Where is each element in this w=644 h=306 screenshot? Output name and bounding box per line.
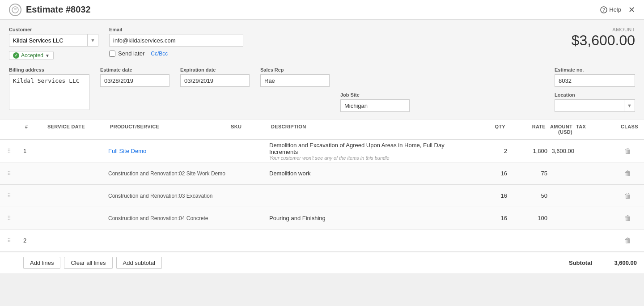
- email-input[interactable]: [109, 34, 243, 47]
- rate-2: 75: [507, 170, 547, 177]
- description-1: Demolition and Excavation of Agreed Upon…: [269, 142, 467, 161]
- subtotal-value: 3,600.00: [601, 259, 637, 266]
- customer-select[interactable]: ▼: [9, 34, 98, 47]
- expiration-date-field: Expiration date: [180, 67, 250, 87]
- col-num: #: [23, 119, 46, 139]
- table-row: ⠿ 2 🗑: [0, 230, 644, 252]
- estimate-date-label: Estimate date: [100, 67, 169, 72]
- table-footer: Add lines Clear all lines Add subtotal S…: [0, 252, 644, 273]
- estimate-icon: [9, 4, 21, 16]
- job-site-input[interactable]: [340, 99, 410, 112]
- col-class: CLASS: [619, 119, 637, 139]
- col-service-date: SERVICE DATE: [46, 119, 108, 139]
- accepted-badge[interactable]: Accepted ▼: [9, 51, 54, 60]
- location-dropdown[interactable]: [555, 100, 624, 111]
- estimate-date-input[interactable]: [100, 74, 169, 87]
- table-header: # SERVICE DATE PRODUCT/SERVICE SKU DESCR…: [0, 119, 644, 140]
- send-later-label: Send later: [118, 50, 144, 57]
- sales-rep-field: Sales Rep: [260, 67, 330, 87]
- table-row: ⠿ 1 Full Site Demo Demolition and Excava…: [0, 140, 644, 162]
- col-qty: QTY: [467, 119, 507, 139]
- qty-2: 16: [467, 170, 507, 177]
- sales-rep-label: Sales Rep: [260, 67, 330, 72]
- billing-textarea[interactable]: [9, 74, 89, 110]
- table-row: ⠿ Construction and Renovation:03 Excavat…: [0, 185, 644, 207]
- delete-row-5[interactable]: 🗑: [619, 237, 637, 245]
- col-rate: RATE: [507, 119, 547, 139]
- col-drag: [7, 119, 23, 139]
- billing-label: Billing address: [9, 67, 89, 72]
- drag-handle-3[interactable]: ⠿: [7, 193, 23, 199]
- job-site-field: Job Site: [340, 92, 410, 112]
- email-label: Email: [109, 27, 243, 32]
- product-4[interactable]: Construction and Renovation:04 Concrete: [108, 215, 229, 221]
- customer-field: Customer ▼ Accepted ▼: [9, 27, 98, 60]
- rate-3: 50: [507, 192, 547, 199]
- estimate-no-location: Estimate no. Location ▼: [555, 67, 635, 112]
- rate-1: 1,800: [507, 148, 547, 154]
- accepted-label: Accepted: [21, 52, 43, 59]
- col-product: PRODUCT/SERVICE: [108, 119, 229, 139]
- send-later-checkbox[interactable]: [109, 51, 115, 57]
- table-row: ⠿ Construction and Renovation:02 Site Wo…: [0, 162, 644, 185]
- send-later-row: Send later Cc/Bcc: [109, 50, 243, 57]
- location-select[interactable]: ▼: [555, 99, 635, 112]
- table-area: # SERVICE DATE PRODUCT/SERVICE SKU DESCR…: [0, 119, 644, 273]
- delete-row-2[interactable]: 🗑: [619, 170, 637, 178]
- product-3[interactable]: Construction and Renovation:03 Excavatio…: [108, 193, 229, 199]
- expiration-date-label: Expiration date: [180, 67, 250, 72]
- qty-4: 16: [467, 215, 507, 221]
- description-2: Demolition work: [269, 170, 467, 177]
- customer-input[interactable]: [9, 35, 87, 46]
- delete-row-4[interactable]: 🗑: [619, 214, 637, 222]
- delete-row-3[interactable]: 🗑: [619, 192, 637, 200]
- add-subtotal-button[interactable]: Add subtotal: [116, 257, 162, 269]
- close-button[interactable]: ✕: [628, 5, 635, 15]
- add-lines-button[interactable]: Add lines: [23, 257, 60, 269]
- page-title: Estimate #8032: [26, 4, 91, 15]
- desc-sub-1: Your customer won't see any of the items…: [269, 155, 467, 161]
- col-tax: TAX: [574, 119, 619, 139]
- accepted-dropdown-arrow[interactable]: ▼: [45, 53, 50, 58]
- form-row2: Billing address Estimate date Expiration…: [9, 67, 635, 112]
- sales-rep-input[interactable]: [260, 74, 330, 87]
- drag-handle-1[interactable]: ⠿: [7, 148, 23, 154]
- location-label: Location: [555, 92, 635, 98]
- product-2[interactable]: Construction and Renovation:02 Site Work…: [108, 170, 229, 177]
- estimate-no-label: Estimate no.: [555, 67, 635, 72]
- accepted-dot-icon: [13, 52, 19, 59]
- location-arrow-icon[interactable]: ▼: [624, 100, 635, 111]
- email-field: Email Send later Cc/Bcc: [109, 27, 243, 60]
- footer-buttons: Add lines Clear all lines Add subtotal: [23, 257, 162, 269]
- accepted-row: Accepted ▼: [9, 51, 98, 60]
- header: Estimate #8032 ? Help ✕: [0, 0, 644, 20]
- expiration-date-input[interactable]: [180, 74, 250, 87]
- amount-1: 3,600.00: [547, 148, 574, 154]
- clear-all-lines-button[interactable]: Clear all lines: [64, 257, 112, 269]
- estimate-no-field: Estimate no.: [555, 67, 635, 87]
- qty-3: 16: [467, 192, 507, 199]
- amount-label: AMOUNT: [572, 27, 635, 32]
- product-1[interactable]: Full Site Demo: [108, 148, 229, 154]
- rate-4: 100: [507, 215, 547, 221]
- delete-row-1[interactable]: 🗑: [619, 147, 637, 155]
- cc-bcc-link[interactable]: Cc/Bcc: [151, 51, 168, 57]
- amount-value: $3,600.00: [572, 32, 635, 49]
- form-top: Customer ▼ Accepted ▼ Email: [9, 27, 635, 60]
- drag-handle-5[interactable]: ⠿: [7, 238, 23, 244]
- description-4: Pouring and Finishing: [269, 215, 467, 221]
- desc-text-1: Demolition and Excavation of Agreed Upon…: [269, 142, 467, 155]
- row-num-5: 2: [23, 237, 46, 244]
- table-row: ⠿ Construction and Renovation:04 Concret…: [0, 207, 644, 230]
- estimate-no-input[interactable]: [555, 74, 635, 87]
- drag-handle-2[interactable]: ⠿: [7, 170, 23, 177]
- customer-label: Customer: [9, 27, 98, 32]
- subtotal-row: Subtotal 3,600.00: [569, 259, 637, 266]
- help-button[interactable]: ? Help: [600, 6, 621, 13]
- rep-site-group: Sales Rep: [260, 67, 330, 87]
- header-left: Estimate #8032: [9, 4, 91, 16]
- customer-dropdown-arrow[interactable]: ▼: [87, 34, 98, 46]
- subtotal-label: Subtotal: [569, 259, 592, 266]
- drag-handle-4[interactable]: ⠿: [7, 215, 23, 221]
- col-sku: SKU: [229, 119, 269, 139]
